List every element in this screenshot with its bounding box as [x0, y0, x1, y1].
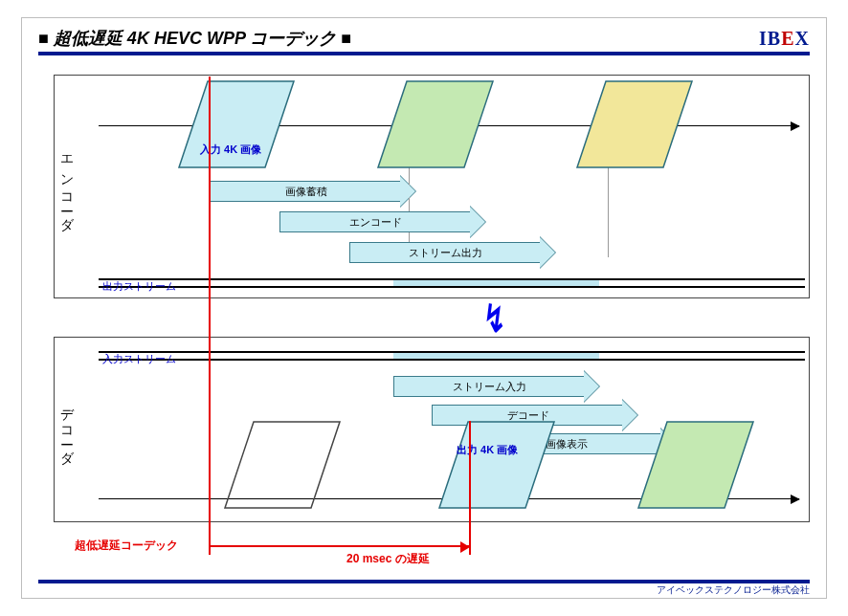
page-title: ■ 超低遅延 4K HEVC WPP コーデック ■ — [38, 27, 351, 52]
decoder-proc-stream-in: ストリーム入力 — [393, 376, 599, 397]
logo: IBEX — [759, 28, 810, 52]
encoder-label: エンコーダ — [58, 146, 76, 227]
lightning-icon: ↯ — [483, 297, 506, 341]
encoder-section: エンコーダ 入力 4K 画像 画像蓄積 エンコード ストリーム出力 出力ストリー… — [54, 75, 810, 298]
arrow-head-icon — [622, 400, 637, 430]
logo-i: I — [759, 28, 768, 49]
encoder-frame-2 — [378, 81, 493, 167]
encoder-proc-stream-out: ストリーム出力 — [349, 242, 555, 263]
svg-marker-4 — [439, 422, 554, 508]
svg-marker-5 — [638, 422, 753, 508]
footer: アイベックステクノロジー株式会社 — [38, 580, 810, 595]
svg-marker-3 — [225, 422, 340, 508]
encoder-frame-1: 入力 4K 画像 — [179, 81, 294, 167]
encoder-proc-stream-out-label: ストリーム出力 — [349, 242, 542, 263]
decoder-section: デコーダ 入力ストリーム ストリーム入力 デコード 画像表示 出力 4K 画像 — [54, 337, 810, 522]
footer-company: アイベックステクノロジー株式会社 — [657, 584, 810, 595]
logo-e: E — [781, 28, 794, 49]
delay-start-line — [209, 77, 211, 555]
encoder-proc-accumulate: 画像蓄積 — [210, 181, 415, 202]
decoder-frame-label: 出力 4K 画像 — [457, 443, 518, 457]
decoder-label: デコーダ — [58, 399, 76, 460]
encoder-proc-encode-label: エンコード — [279, 211, 472, 232]
arrow-head-icon — [540, 237, 555, 268]
decoder-stream-label: 入力ストリーム — [102, 352, 176, 366]
decoder-frame-2 — [638, 422, 753, 508]
delay-label-value: 20 msec の遅延 — [346, 551, 430, 567]
svg-marker-1 — [378, 81, 493, 167]
decoder-stream-fill — [393, 353, 599, 359]
logo-b: B — [768, 28, 781, 49]
encoder-frame-3 — [577, 81, 692, 167]
encoder-stream-label: 出力ストリーム — [102, 279, 176, 294]
arrow-head-icon — [470, 207, 485, 237]
delay-end-line — [469, 421, 471, 555]
encoder-proc-encode: エンコード — [279, 211, 485, 232]
encoder-stream-fill — [393, 280, 599, 286]
logo-x: X — [795, 28, 810, 49]
header: ■ 超低遅延 4K HEVC WPP コーデック ■ IBEX — [38, 25, 810, 55]
decoder-frame-0 — [225, 422, 340, 508]
encoder-proc-accumulate-label: 画像蓄積 — [210, 181, 402, 202]
svg-marker-2 — [577, 81, 692, 167]
decoder-proc-stream-in-label: ストリーム入力 — [393, 376, 586, 397]
decoder-frame-1: 出力 4K 画像 — [439, 422, 554, 508]
arrow-head-icon — [400, 176, 415, 207]
arrow-head-icon — [584, 371, 599, 402]
delay-arrow — [209, 545, 469, 547]
delay-label-left: 超低遅延コーデック — [75, 538, 178, 554]
